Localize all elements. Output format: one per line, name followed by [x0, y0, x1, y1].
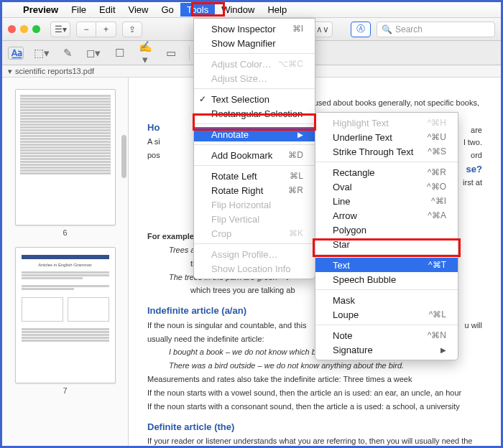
- close-window-icon[interactable]: [8, 25, 16, 33]
- menu-tools[interactable]: Tools: [180, 3, 215, 17]
- tools-item-rotate-right[interactable]: Rotate Right⌘R: [194, 183, 315, 197]
- menu-item-label: Flip Horizontal: [211, 200, 271, 210]
- annotate-item-speech-bubble[interactable]: Speech Bubble: [315, 272, 458, 286]
- document-name: scientific reports13.pdf: [15, 67, 94, 75]
- menu-item-label: Crop: [211, 228, 231, 239]
- doc-text: pos: [147, 150, 176, 161]
- annotate-item-line[interactable]: Line^⌘I: [315, 194, 458, 208]
- doc-text: I bought a book – we do not know which b…: [169, 347, 331, 356]
- text-tool-icon[interactable]: ☐: [111, 47, 127, 60]
- menu-item-label: Text: [333, 260, 350, 271]
- submenu-arrow-icon: ▶: [297, 131, 303, 139]
- menu-shortcut: ⌥⌘C: [278, 59, 303, 69]
- menu-item-label: Show Inspector: [211, 24, 276, 34]
- tools-item-text-selection[interactable]: Text Selection: [194, 92, 315, 106]
- tools-item-rectangular-selection[interactable]: Rectangular Selection: [194, 106, 315, 121]
- annotate-item-loupe[interactable]: Loupe^⌘L: [315, 307, 458, 322]
- tools-item-flip-horizontal: Flip Horizontal: [194, 197, 315, 212]
- tools-item-assign-profile: Assign Profile…: [194, 247, 315, 261]
- annotate-item-note[interactable]: Note^⌘N: [315, 328, 458, 342]
- tools-item-annotate[interactable]: Annotate▶: [194, 127, 315, 141]
- sidebar-scrollbar[interactable]: [121, 135, 126, 178]
- sidebar-toggle-button[interactable]: ☰▾: [50, 22, 70, 37]
- menu-separator: [194, 243, 315, 244]
- annotate-item-rectangle[interactable]: Rectangle^⌘R: [315, 165, 458, 179]
- search-icon: 🔍: [382, 24, 392, 34]
- menu-file[interactable]: File: [65, 3, 93, 17]
- share-button[interactable]: ⇪: [122, 22, 142, 37]
- menu-item-label: Loupe: [333, 309, 359, 320]
- doc-heading: Ho: [147, 121, 176, 134]
- selection-tool-icon[interactable]: ⬚▾: [34, 47, 50, 60]
- menu-view[interactable]: View: [122, 3, 155, 17]
- menu-item-label: Star: [333, 239, 350, 250]
- page-thumbnail[interactable]: Articles in English Grammar: [15, 247, 116, 383]
- annotate-item-underline-text[interactable]: Underline Text^⌘U: [315, 130, 458, 144]
- annotate-item-signature[interactable]: Signature▶: [315, 342, 458, 357]
- menu-shortcut: ^⌘U: [428, 132, 446, 142]
- menu-item-label: Oval: [333, 182, 352, 192]
- menu-item-label: Arrow: [333, 210, 357, 221]
- text-style-button[interactable]: A̲a̲: [8, 47, 24, 60]
- menu-edit[interactable]: Edit: [93, 3, 121, 17]
- doc-text: If the noun starts with a vowel sound, t…: [147, 388, 482, 398]
- tools-menu: Show Inspector⌘IShow MagnifierAdjust Col…: [193, 18, 315, 279]
- tools-item-show-location-info: Show Location Info: [194, 261, 315, 276]
- menu-separator: [315, 254, 458, 255]
- tools-item-show-magnifier[interactable]: Show Magnifier: [194, 36, 315, 50]
- tools-item-show-inspector[interactable]: Show Inspector⌘I: [194, 22, 315, 36]
- tools-item-adjust-size: Adjust Size…: [194, 71, 315, 85]
- markup-toggle-button[interactable]: Ⓐ: [351, 22, 371, 37]
- annotate-item-text[interactable]: Text^⌘T: [315, 258, 458, 272]
- menu-shortcut: ⌘I: [292, 24, 303, 34]
- menu-window[interactable]: Window: [215, 3, 261, 17]
- divider: [189, 46, 190, 60]
- sign-tool-icon[interactable]: ✍▾: [137, 40, 153, 66]
- tools-item-add-bookmark[interactable]: Add Bookmark⌘D: [194, 148, 315, 162]
- sketch-tool-icon[interactable]: ✎: [60, 47, 75, 60]
- annotate-item-mask[interactable]: Mask: [315, 293, 458, 307]
- shapes-tool-icon[interactable]: ◻▾: [86, 47, 101, 60]
- doc-text: If the noun is singular and countable, a…: [147, 321, 306, 330]
- search-placeholder: Search: [395, 24, 423, 34]
- menu-item-label: Rectangle: [333, 167, 375, 178]
- zoom-out-button[interactable]: −: [76, 22, 96, 37]
- menu-help[interactable]: Help: [261, 3, 293, 17]
- doc-text: There was a bird outside – we do not kno…: [169, 361, 404, 370]
- zoom-in-button[interactable]: +: [96, 22, 116, 37]
- annotate-item-highlight-text: Highlight Text^⌘H: [315, 116, 458, 130]
- menu-shortcut: ^⌘O: [427, 182, 446, 192]
- menu-separator: [194, 88, 315, 89]
- menu-shortcut: ^⌘I: [431, 196, 446, 206]
- note-tool-icon[interactable]: ▭: [163, 47, 179, 60]
- menu-item-label: Strike Through Text: [333, 146, 413, 157]
- annotate-item-star[interactable]: Star: [315, 237, 458, 251]
- menu-shortcut: ⌘R: [288, 185, 303, 195]
- annotate-item-polygon[interactable]: Polygon: [315, 223, 458, 237]
- menu-shortcut: ⌘L: [290, 171, 303, 181]
- app-name[interactable]: Preview: [17, 3, 65, 17]
- menu-shortcut: ^⌘L: [429, 309, 446, 319]
- tools-item-rotate-left[interactable]: Rotate Left⌘L: [194, 169, 315, 183]
- minimize-window-icon[interactable]: [20, 25, 28, 33]
- doc-text: u will: [465, 320, 482, 331]
- doc-text: Measurements and rates also take the ind…: [147, 374, 482, 385]
- page-thumbnail[interactable]: [15, 89, 116, 225]
- menu-item-label: Line: [333, 196, 351, 207]
- menu-item-label: Show Magnifier: [211, 38, 276, 49]
- menu-item-label: Assign Profile…: [211, 249, 277, 260]
- submenu-arrow-icon: ▶: [440, 346, 446, 354]
- menu-item-label: Highlight Text: [333, 118, 389, 129]
- annotate-item-arrow[interactable]: Arrow^⌘A: [315, 208, 458, 223]
- menu-item-label: Adjust Size…: [211, 73, 267, 84]
- menu-shortcut: ⌘K: [289, 228, 303, 238]
- menu-go[interactable]: Go: [154, 3, 180, 17]
- menu-separator: [315, 289, 458, 290]
- search-input[interactable]: 🔍 Search: [377, 22, 495, 37]
- menu-shortcut: ^⌘N: [428, 330, 446, 340]
- window-controls: [8, 25, 40, 33]
- annotate-item-strike-through-text[interactable]: Strike Through Text^⌘S: [315, 144, 458, 159]
- annotate-item-oval[interactable]: Oval^⌘O: [315, 179, 458, 194]
- fullscreen-window-icon[interactable]: [32, 25, 40, 33]
- menu-item-label: Rotate Right: [211, 185, 263, 196]
